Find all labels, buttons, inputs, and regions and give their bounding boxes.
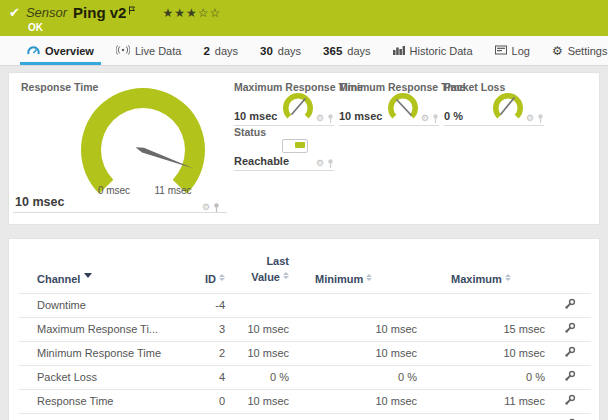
pin-icon[interactable] <box>327 114 334 123</box>
minimum-value: 10 msec <box>293 317 421 341</box>
widget-minimum-response-time: Minimum Response Time 10 msec ⚙ <box>339 81 439 126</box>
channel-name[interactable]: Maximum Response Ti... <box>19 317 187 341</box>
gear-icon[interactable]: ⚙ <box>202 202 210 212</box>
pin-icon[interactable] <box>432 114 439 123</box>
tab-label: Live Data <box>135 45 181 57</box>
edit-channel-wrench-icon[interactable] <box>564 372 576 384</box>
edit-channel-wrench-icon[interactable] <box>564 300 576 312</box>
channel-name[interactable]: Minimum Response Time <box>19 341 187 365</box>
widget-value: 0 % <box>444 110 463 122</box>
gear-icon[interactable]: ⚙ <box>316 113 324 123</box>
tab-365-days[interactable]: 365 days <box>312 36 381 65</box>
tab-log[interactable]: Log <box>484 36 541 65</box>
tab-label: Historic Data <box>410 45 473 57</box>
minimum-value: Reachable <box>293 413 421 420</box>
tab-number: 30 <box>260 45 273 57</box>
column-header-minimum[interactable]: Minimum <box>293 243 421 293</box>
column-header-last-value[interactable]: Last Value <box>229 243 293 293</box>
table-row[interactable]: Packet Loss 4 0 % 0 % 0 % <box>19 365 591 389</box>
table-row[interactable]: Minimum Response Time 2 10 msec 10 msec … <box>19 341 591 365</box>
gauge-needle <box>501 98 514 114</box>
widget-maximum-response-time: Maximum Response Time 10 msec ⚙ <box>234 81 334 126</box>
mini-gauge <box>278 89 318 122</box>
pin-icon[interactable] <box>537 114 544 123</box>
gauge-icon <box>27 45 40 57</box>
last-value: Reachable <box>229 413 293 420</box>
column-header-id[interactable]: ID <box>187 243 229 293</box>
status-indicator <box>282 139 308 153</box>
gauge-needle <box>397 100 411 115</box>
tab-overview[interactable]: Overview <box>16 36 105 65</box>
minimum-value: 10 msec <box>293 341 421 365</box>
last-value: 0 % <box>229 365 293 389</box>
tab-label: Log <box>512 45 530 57</box>
last-value: 10 msec <box>229 317 293 341</box>
channel-id: 1 <box>187 413 229 420</box>
overview-gauges-panel: Response Time 0 msec 11 msec 10 msec ⚙ M… <box>8 72 600 225</box>
tab-settings[interactable]: ⚙ Settings <box>541 36 608 65</box>
column-header-maximum[interactable]: Maximum <box>421 243 549 293</box>
bar-chart-icon <box>393 45 405 57</box>
priority-flag-icon[interactable] <box>128 1 136 19</box>
priority-stars[interactable]: ★★★☆☆ <box>162 6 221 20</box>
object-type-label: Sensor <box>26 5 67 20</box>
table-header-row: Channel ID Last Value Minimum Maximum <box>19 243 591 293</box>
sort-icon <box>366 271 372 284</box>
channel-name[interactable]: Packet Loss <box>19 365 187 389</box>
table-row[interactable]: Downtime -4 <box>19 293 591 317</box>
gear-icon[interactable]: ⚙ <box>526 113 534 123</box>
tab-30-days[interactable]: 30 days <box>249 36 312 65</box>
pin-icon[interactable] <box>213 203 220 212</box>
pin-icon[interactable] <box>327 159 334 168</box>
channel-id: -4 <box>187 293 229 317</box>
channel-id: 2 <box>187 341 229 365</box>
maximum-value: 11 msec <box>421 389 549 413</box>
channel-name[interactable]: Status <box>19 413 187 420</box>
widget-value: 10 msec <box>339 110 382 122</box>
sensor-name: Ping v2 <box>73 4 126 21</box>
widget-title: Status <box>234 126 266 138</box>
tab-2-days[interactable]: 2 days <box>192 36 249 65</box>
widget-value: 10 msec <box>234 110 277 122</box>
tab-live-data[interactable]: Live Data <box>105 36 192 65</box>
tab-label: Settings <box>568 45 608 57</box>
edit-channel-wrench-icon[interactable] <box>564 396 576 408</box>
channel-id: 3 <box>187 317 229 341</box>
table-row[interactable]: Status 1 Reachable Reachable Reachable <box>19 413 591 420</box>
channel-name[interactable]: Downtime <box>19 293 187 317</box>
maximum-value <box>421 293 549 317</box>
table-row[interactable]: Response Time 0 10 msec 10 msec 11 msec <box>19 389 591 413</box>
tab-label: days <box>278 45 301 57</box>
sort-icon <box>219 271 225 284</box>
gauge-scale-max: 11 msec <box>154 185 191 196</box>
status-check-icon: ✔ <box>9 5 20 20</box>
channel-table: Channel ID Last Value Minimum Maximum <box>19 243 591 420</box>
minimum-value <box>293 293 421 317</box>
tab-number: 2 <box>203 45 209 57</box>
channel-id: 4 <box>187 365 229 389</box>
gauge-needle <box>292 99 305 114</box>
tab-historic-data[interactable]: Historic Data <box>382 36 484 65</box>
sensor-header: ✔ Sensor Ping v2 ★★★☆☆ OK <box>0 0 608 36</box>
column-header-channel[interactable]: Channel <box>19 243 187 293</box>
tab-bar: Overview Live Data 2 days 30 days 365 da… <box>0 36 608 66</box>
table-row[interactable]: Maximum Response Ti... 3 10 msec 10 msec… <box>19 317 591 341</box>
response-time-gauge <box>68 78 218 200</box>
tab-label: Overview <box>45 45 94 57</box>
column-header-edit <box>549 243 591 293</box>
gear-icon[interactable]: ⚙ <box>316 158 324 168</box>
widget-packet-loss: Packet Loss 0 % ⚙ <box>444 81 544 126</box>
mini-gauge <box>488 89 528 122</box>
status-indicator-knob <box>295 142 305 148</box>
last-value: 10 msec <box>229 389 293 413</box>
gear-icon[interactable]: ⚙ <box>421 113 429 123</box>
minimum-value: 10 msec <box>293 389 421 413</box>
maximum-value: 0 % <box>421 365 549 389</box>
live-data-icon <box>116 45 130 57</box>
response-time-value: 10 msec <box>15 195 64 209</box>
last-value: 10 msec <box>229 341 293 365</box>
log-icon <box>495 45 507 57</box>
channel-name[interactable]: Response Time <box>19 389 187 413</box>
edit-channel-wrench-icon[interactable] <box>564 324 576 336</box>
edit-channel-wrench-icon[interactable] <box>564 348 576 360</box>
